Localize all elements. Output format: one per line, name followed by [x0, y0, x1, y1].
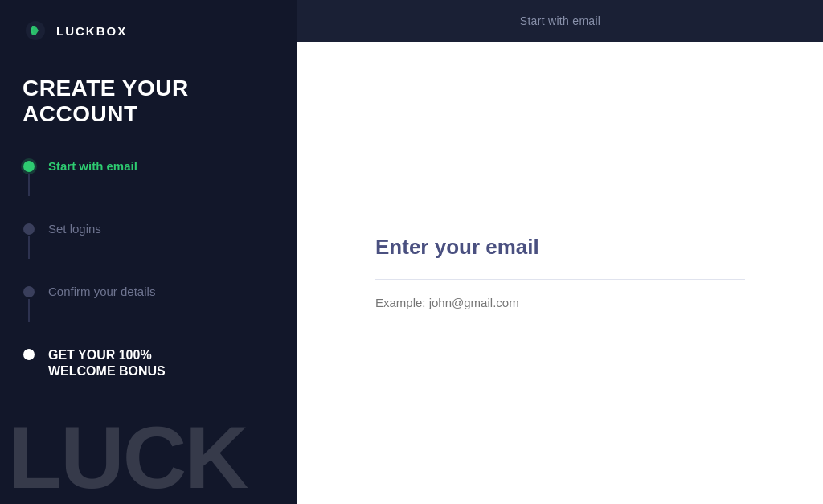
step-line-3 [28, 299, 30, 322]
step-line-2 [28, 236, 30, 259]
step-dot-3 [23, 286, 35, 297]
sidebar-title: CREATE YOUR ACCOUNT [0, 43, 297, 159]
form-divider [375, 279, 745, 280]
step-indicator-col-3 [23, 285, 35, 322]
content-header-title: Start with email [520, 14, 601, 27]
main-content: Start with email Enter your email [297, 0, 823, 504]
sidebar: LUCKBOX CREATE YOUR ACCOUNT Start with e… [0, 0, 297, 504]
form-section: Enter your email [375, 235, 745, 311]
email-input[interactable] [375, 294, 745, 311]
logo-text: LUCKBOX [56, 24, 127, 38]
svg-text:LUCK: LUCK [8, 408, 248, 504]
step-label-welcome-bonus: GET YOUR 100%WELCOME BONUS [48, 347, 166, 378]
sidebar-header: LUCKBOX [0, 0, 297, 43]
sidebar-bg-decoration: LUCK [0, 375, 297, 504]
step-dot-4 [23, 349, 35, 360]
step-dot-2 [23, 223, 35, 235]
content-body: Enter your email [297, 42, 823, 504]
step-indicator-col-4 [23, 347, 35, 360]
step-indicator-col-1 [23, 159, 35, 196]
content-header: Start with email [297, 0, 823, 42]
step-label-confirm-details: Confirm your details [48, 285, 155, 299]
steps-container: Start with email Set logins Confirm your… [0, 159, 297, 378]
step-line-1 [28, 174, 30, 196]
step-item-welcome-bonus: GET YOUR 100%WELCOME BONUS [23, 347, 275, 378]
step-item-set-logins: Set logins [23, 222, 275, 285]
step-label-set-logins: Set logins [48, 222, 101, 236]
step-item-confirm-details: Confirm your details [23, 285, 275, 347]
form-title: Enter your email [375, 235, 745, 260]
luckbox-logo-icon [23, 18, 48, 43]
step-indicator-col-2 [23, 222, 35, 259]
step-dot-1 [23, 161, 35, 172]
step-label-start-email: Start with email [48, 159, 137, 174]
step-item-start-email: Start with email [23, 159, 275, 222]
